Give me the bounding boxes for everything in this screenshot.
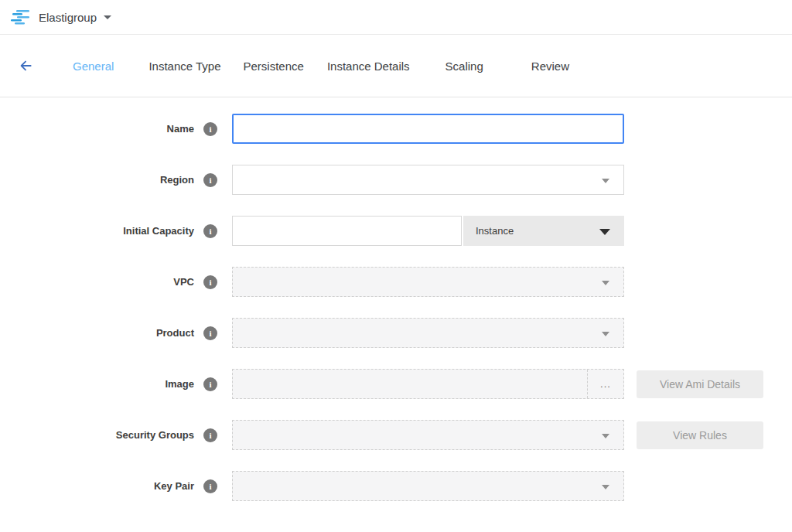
back-button[interactable] — [17, 57, 34, 74]
initial-capacity-label: Initial Capacity — [123, 225, 194, 237]
security-groups-label: Security Groups — [116, 429, 194, 441]
image-browse-button: ... — [587, 370, 623, 398]
chevron-down-icon — [602, 179, 609, 183]
chevron-down-icon — [599, 229, 610, 235]
form-row-key-pair: Key Pair i — [0, 471, 792, 501]
vpc-label: VPC — [173, 276, 194, 288]
image-input: ... — [232, 369, 624, 399]
chevron-down-icon — [602, 485, 609, 489]
form-row-product: Product i — [0, 318, 792, 348]
capacity-unit-value: Instance — [476, 225, 514, 237]
back-arrow-icon — [18, 58, 33, 73]
capacity-unit-select[interactable]: Instance — [463, 216, 624, 246]
form-row-security-groups: Security Groups i View Rules — [0, 420, 792, 450]
name-label: Name — [167, 123, 194, 135]
tab-persistence[interactable]: Persistence — [244, 60, 304, 73]
elastigroup-logo-icon — [11, 9, 31, 26]
chevron-down-icon — [602, 281, 609, 285]
info-icon[interactable]: i — [203, 377, 217, 391]
view-rules-button[interactable]: View Rules — [637, 421, 763, 449]
info-icon[interactable]: i — [203, 428, 217, 442]
form-row-initial-capacity: Initial Capacity i Instance — [0, 216, 792, 246]
tab-instance-details[interactable]: Instance Details — [327, 60, 410, 73]
info-icon[interactable]: i — [203, 479, 217, 493]
tab-scaling[interactable]: Scaling — [446, 60, 483, 73]
product-label: Product — [156, 327, 194, 339]
form-row-image: Image i ... View Ami Details — [0, 369, 792, 399]
tab-general[interactable]: General — [73, 60, 114, 73]
app-header: Elastigroup — [0, 0, 792, 35]
region-select[interactable] — [232, 165, 624, 195]
key-pair-label: Key Pair — [154, 480, 194, 492]
initial-capacity-input[interactable] — [232, 216, 462, 246]
tab-review[interactable]: Review — [531, 60, 569, 73]
region-label: Region — [160, 174, 194, 186]
form-row-vpc: VPC i — [0, 267, 792, 297]
vpc-select — [232, 267, 624, 297]
chevron-down-icon — [602, 434, 609, 438]
key-pair-select — [232, 471, 624, 501]
info-icon[interactable]: i — [203, 122, 217, 136]
info-icon[interactable]: i — [203, 224, 217, 238]
view-ami-details-button[interactable]: View Ami Details — [637, 370, 763, 398]
info-icon[interactable]: i — [203, 173, 217, 187]
chevron-down-icon — [602, 332, 609, 336]
form-row-region: Region i — [0, 165, 792, 195]
brand-dropdown-caret-icon[interactable] — [104, 15, 111, 19]
brand-title: Elastigroup — [39, 11, 97, 24]
info-icon[interactable]: i — [203, 275, 217, 289]
wizard-tabbar: General Instance Type Persistence Instan… — [0, 35, 792, 97]
security-groups-select — [232, 420, 624, 450]
elastigroup-wizard-screen: Elastigroup General Instance Type Persis… — [0, 0, 792, 532]
general-form: Name i Region i Initial Capacity i — [0, 97, 792, 501]
tab-instance-type[interactable]: Instance Type — [148, 60, 220, 73]
info-icon[interactable]: i — [203, 326, 217, 340]
image-label: Image — [165, 378, 194, 390]
name-input[interactable] — [232, 114, 624, 144]
form-row-name: Name i — [0, 114, 792, 144]
product-select — [232, 318, 624, 348]
